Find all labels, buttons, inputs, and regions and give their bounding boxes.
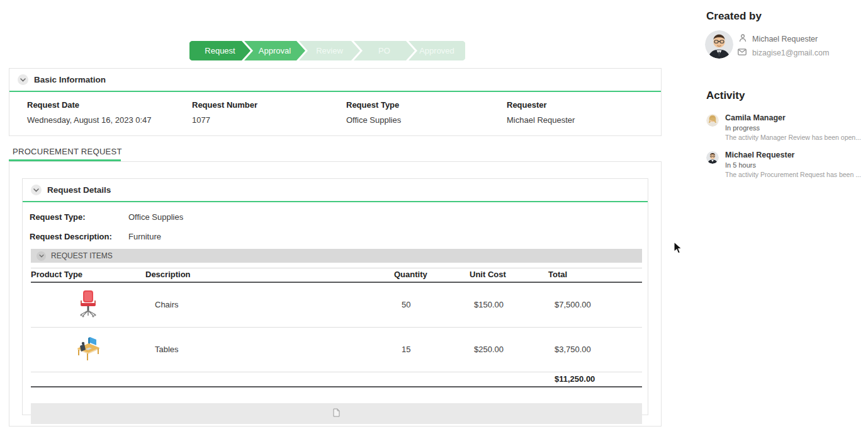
mouse-cursor [674, 241, 683, 257]
field-request-number: Request Number 1077 [192, 100, 346, 125]
field-label: Requester [507, 100, 661, 110]
procurement-request-page: Request Approval Review PO Approved Basi… [0, 0, 868, 441]
description-cell: Tables [145, 327, 394, 372]
field-value: Wednesday, August 16, 2023 0:47 [27, 115, 192, 125]
creator-name-row: Michael Requester [739, 34, 818, 44]
request-details-header[interactable]: Request Details [23, 179, 648, 202]
table-row[interactable]: Chairs 50 $150.00 $7,500.00 [31, 282, 642, 327]
avatar [705, 30, 733, 59]
product-type-cell [31, 327, 145, 372]
created-by-title: Created by [706, 10, 762, 23]
field-request-type-value: Office Supplies [128, 212, 183, 222]
collapse-chevron-icon[interactable] [18, 74, 28, 85]
section-title: Request Details [47, 185, 111, 195]
activity-user-name: Michael Requester [725, 151, 857, 159]
unit-cost-cell: $150.00 [470, 282, 548, 327]
collapse-chevron-icon[interactable] [31, 185, 42, 195]
field-label: Request Date [27, 100, 192, 110]
grand-total-row: $11,250.00 [31, 372, 642, 387]
stage-request[interactable]: Request [189, 41, 251, 60]
stage-approved[interactable]: Approved [409, 41, 465, 60]
field-label: Request Number [192, 100, 346, 110]
avatar [706, 114, 719, 127]
field-request-type: Request Type Office Supplies [346, 100, 507, 125]
activity-entry[interactable]: Camila Manager In progress The activity … [706, 113, 857, 141]
col-total: Total [548, 268, 642, 283]
field-request-description-value: Furniture [128, 232, 161, 241]
activity-status: In progress [725, 124, 857, 132]
field-value: Michael Requester [507, 115, 661, 125]
stage-approval[interactable]: Approval [244, 41, 305, 60]
stage-label: Review [316, 46, 343, 55]
field-requester: Requester Michael Requester [507, 100, 661, 125]
creator-email: bizagise1@gmail.com [752, 49, 829, 57]
stage-po[interactable]: PO [354, 41, 415, 60]
office-chair-icon [78, 310, 98, 319]
field-value: Office Supplies [346, 115, 507, 125]
request-items-header[interactable]: REQUEST ITEMS [31, 249, 642, 263]
basic-information-header[interactable]: Basic Information [9, 69, 661, 92]
quantity-cell: 15 [394, 327, 470, 372]
total-cell: $3,750.00 [548, 327, 642, 372]
field-value: 1077 [192, 115, 346, 125]
section-title: Basic Information [34, 75, 106, 84]
document-icon[interactable] [333, 408, 340, 420]
basic-information-section: Basic Information Request Date Wednesday… [9, 68, 662, 136]
col-quantity: Quantity [394, 268, 470, 283]
avatar [706, 151, 719, 164]
activity-title: Activity [706, 89, 745, 102]
field-request-date: Request Date Wednesday, August 16, 2023 … [27, 100, 192, 125]
envelope-icon [738, 49, 747, 57]
request-details-section: Request Details Request Type: Office Sup… [22, 178, 648, 415]
table-row[interactable]: Tables 15 $250.00 $3,750.00 [31, 327, 642, 372]
items-title: REQUEST ITEMS [51, 251, 113, 260]
col-product-type: Product Type [31, 268, 145, 283]
product-type-cell [31, 282, 145, 327]
process-stepper: Request Approval Review PO Approved [189, 41, 465, 60]
col-unit-cost: Unit Cost [470, 268, 548, 283]
collapse-chevron-icon[interactable] [37, 251, 46, 261]
activity-user-name: Camila Manager [725, 113, 857, 122]
person-icon [739, 34, 747, 44]
creator-email-row: bizagise1@gmail.com [738, 49, 829, 57]
field-request-type-label: Request Type: [30, 212, 86, 222]
unit-cost-cell: $250.00 [470, 327, 548, 372]
stage-label: Approval [259, 46, 291, 55]
activity-entry[interactable]: Michael Requester In 5 hours The activit… [706, 151, 857, 178]
stage-label: Request [205, 46, 235, 55]
stage-label: Approved [419, 46, 454, 55]
basic-information-fields: Request Date Wednesday, August 16, 2023 … [9, 92, 661, 125]
total-cell: $7,500.00 [548, 282, 642, 327]
table-header-row: Product Type Description Quantity Unit C… [31, 268, 642, 283]
field-request-description-label: Request Description: [30, 232, 112, 241]
stage-review[interactable]: Review [299, 41, 360, 60]
grand-total-value: $11,250.00 [548, 372, 642, 387]
col-description: Description [145, 268, 394, 283]
activity-status: In 5 hours [725, 161, 857, 169]
field-label: Request Type [346, 100, 507, 110]
grid-footer-bar [31, 403, 642, 424]
description-cell: Chairs [145, 282, 394, 327]
activity-description: The activity Procurement Request has bee… [725, 171, 857, 178]
request-items-table: Product Type Description Quantity Unit C… [31, 268, 642, 387]
tab-procurement-request[interactable]: PROCUREMENT REQUEST [13, 147, 122, 156]
stage-label: PO [378, 46, 390, 55]
quantity-cell: 50 [394, 282, 470, 327]
activity-description: The activity Manager Review has been ope… [725, 134, 857, 141]
desk-icon [75, 354, 101, 364]
creator-name: Michael Requester [752, 35, 818, 43]
